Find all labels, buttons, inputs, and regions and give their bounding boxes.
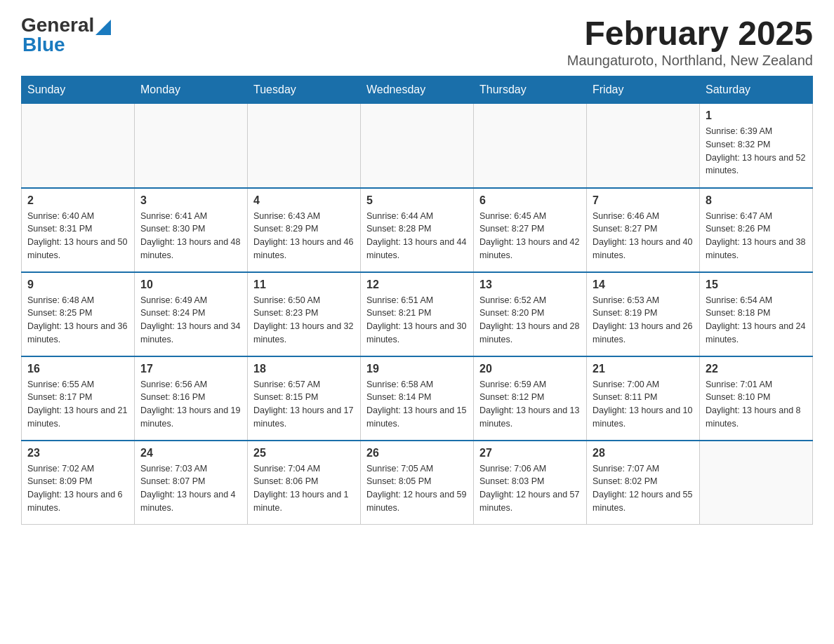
day-header-saturday: Saturday xyxy=(700,76,813,104)
day-info: Sunrise: 6:45 AMSunset: 8:27 PMDaylight:… xyxy=(479,210,581,262)
title-section: February 2025 Maungaturoto, Northland, N… xyxy=(567,14,813,69)
calendar-week-row: 16Sunrise: 6:55 AMSunset: 8:17 PMDayligh… xyxy=(22,356,813,441)
calendar-day-cell: 10Sunrise: 6:49 AMSunset: 8:24 PMDayligh… xyxy=(135,272,248,356)
day-number: 14 xyxy=(593,279,694,291)
calendar-day-cell: 5Sunrise: 6:44 AMSunset: 8:28 PMDaylight… xyxy=(361,188,474,272)
day-info: Sunrise: 7:04 AMSunset: 8:06 PMDaylight:… xyxy=(253,462,355,515)
calendar-day-cell: 27Sunrise: 7:06 AMSunset: 8:03 PMDayligh… xyxy=(474,441,587,525)
calendar-day-cell: 22Sunrise: 7:01 AMSunset: 8:10 PMDayligh… xyxy=(700,356,813,441)
day-number: 28 xyxy=(593,447,694,459)
day-info: Sunrise: 6:50 AMSunset: 8:23 PMDaylight:… xyxy=(253,294,355,347)
day-number: 8 xyxy=(706,194,807,207)
day-info: Sunrise: 7:01 AMSunset: 8:10 PMDaylight:… xyxy=(706,378,807,431)
calendar-week-row: 9Sunrise: 6:48 AMSunset: 8:25 PMDaylight… xyxy=(22,272,813,356)
day-info: Sunrise: 6:39 AMSunset: 8:32 PMDaylight:… xyxy=(706,125,807,177)
calendar-day-cell: 19Sunrise: 6:58 AMSunset: 8:14 PMDayligh… xyxy=(361,356,474,441)
calendar-day-cell: 4Sunrise: 6:43 AMSunset: 8:29 PMDaylight… xyxy=(248,188,361,272)
day-info: Sunrise: 6:43 AMSunset: 8:29 PMDaylight:… xyxy=(253,210,355,262)
calendar-day-cell: 13Sunrise: 6:52 AMSunset: 8:20 PMDayligh… xyxy=(474,272,587,356)
day-info: Sunrise: 6:44 AMSunset: 8:28 PMDaylight:… xyxy=(366,210,468,262)
day-number: 20 xyxy=(479,363,581,375)
day-number: 25 xyxy=(253,447,355,459)
day-info: Sunrise: 6:41 AMSunset: 8:30 PMDaylight:… xyxy=(140,210,241,262)
day-number: 5 xyxy=(366,194,468,207)
day-number: 12 xyxy=(366,279,468,291)
day-info: Sunrise: 7:07 AMSunset: 8:02 PMDaylight:… xyxy=(593,462,694,515)
day-info: Sunrise: 6:48 AMSunset: 8:25 PMDaylight:… xyxy=(27,294,128,347)
day-number: 23 xyxy=(27,447,128,459)
day-number: 15 xyxy=(706,279,807,291)
calendar-day-cell xyxy=(361,104,474,188)
calendar-day-cell: 11Sunrise: 6:50 AMSunset: 8:23 PMDayligh… xyxy=(248,272,361,356)
day-number: 24 xyxy=(140,447,241,459)
day-info: Sunrise: 6:40 AMSunset: 8:31 PMDaylight:… xyxy=(27,210,128,262)
calendar-day-cell: 15Sunrise: 6:54 AMSunset: 8:18 PMDayligh… xyxy=(700,272,813,356)
day-info: Sunrise: 6:46 AMSunset: 8:27 PMDaylight:… xyxy=(593,210,694,262)
day-header-monday: Monday xyxy=(135,76,248,104)
day-info: Sunrise: 6:58 AMSunset: 8:14 PMDaylight:… xyxy=(366,378,468,431)
calendar-day-cell: 17Sunrise: 6:56 AMSunset: 8:16 PMDayligh… xyxy=(135,356,248,441)
calendar-day-cell: 26Sunrise: 7:05 AMSunset: 8:05 PMDayligh… xyxy=(361,441,474,525)
day-number: 16 xyxy=(27,363,128,375)
day-number: 1 xyxy=(706,109,807,122)
calendar-day-cell: 9Sunrise: 6:48 AMSunset: 8:25 PMDaylight… xyxy=(22,272,135,356)
day-number: 6 xyxy=(479,194,581,207)
day-info: Sunrise: 6:49 AMSunset: 8:24 PMDaylight:… xyxy=(140,294,241,347)
logo-blue-text: Blue xyxy=(22,34,65,56)
calendar-subtitle: Maungaturoto, Northland, New Zealand xyxy=(567,53,813,69)
svg-marker-0 xyxy=(95,20,111,35)
calendar-day-cell xyxy=(474,104,587,188)
day-number: 26 xyxy=(366,447,468,459)
calendar-week-row: 23Sunrise: 7:02 AMSunset: 8:09 PMDayligh… xyxy=(22,441,813,525)
day-number: 4 xyxy=(253,194,355,207)
day-header-sunday: Sunday xyxy=(22,76,135,104)
day-number: 2 xyxy=(27,194,128,207)
day-header-wednesday: Wednesday xyxy=(361,76,474,104)
day-header-thursday: Thursday xyxy=(474,76,587,104)
day-number: 11 xyxy=(253,279,355,291)
day-info: Sunrise: 7:02 AMSunset: 8:09 PMDaylight:… xyxy=(27,462,128,515)
calendar-day-cell: 16Sunrise: 6:55 AMSunset: 8:17 PMDayligh… xyxy=(22,356,135,441)
calendar-day-cell: 3Sunrise: 6:41 AMSunset: 8:30 PMDaylight… xyxy=(135,188,248,272)
day-header-friday: Friday xyxy=(587,76,700,104)
day-info: Sunrise: 6:52 AMSunset: 8:20 PMDaylight:… xyxy=(479,294,581,347)
logo: General Blue xyxy=(21,14,111,56)
day-info: Sunrise: 7:05 AMSunset: 8:05 PMDaylight:… xyxy=(366,462,468,515)
calendar-day-cell: 24Sunrise: 7:03 AMSunset: 8:07 PMDayligh… xyxy=(135,441,248,525)
calendar-day-cell xyxy=(22,104,135,188)
day-info: Sunrise: 7:06 AMSunset: 8:03 PMDaylight:… xyxy=(479,462,581,515)
calendar-day-cell xyxy=(248,104,361,188)
day-number: 13 xyxy=(479,279,581,291)
calendar-day-cell: 25Sunrise: 7:04 AMSunset: 8:06 PMDayligh… xyxy=(248,441,361,525)
day-info: Sunrise: 6:47 AMSunset: 8:26 PMDaylight:… xyxy=(706,210,807,262)
day-number: 10 xyxy=(140,279,241,291)
day-number: 3 xyxy=(140,194,241,207)
calendar-day-cell: 7Sunrise: 6:46 AMSunset: 8:27 PMDaylight… xyxy=(587,188,700,272)
calendar-day-cell: 20Sunrise: 6:59 AMSunset: 8:12 PMDayligh… xyxy=(474,356,587,441)
calendar-day-cell: 12Sunrise: 6:51 AMSunset: 8:21 PMDayligh… xyxy=(361,272,474,356)
day-number: 7 xyxy=(593,194,694,207)
day-number: 22 xyxy=(706,363,807,375)
day-info: Sunrise: 6:51 AMSunset: 8:21 PMDaylight:… xyxy=(366,294,468,347)
calendar-day-cell: 2Sunrise: 6:40 AMSunset: 8:31 PMDaylight… xyxy=(22,188,135,272)
calendar-day-cell: 23Sunrise: 7:02 AMSunset: 8:09 PMDayligh… xyxy=(22,441,135,525)
day-info: Sunrise: 7:03 AMSunset: 8:07 PMDaylight:… xyxy=(140,462,241,515)
day-number: 19 xyxy=(366,363,468,375)
day-info: Sunrise: 6:55 AMSunset: 8:17 PMDaylight:… xyxy=(27,378,128,431)
day-header-tuesday: Tuesday xyxy=(248,76,361,104)
calendar-day-cell xyxy=(700,441,813,525)
calendar-day-cell: 28Sunrise: 7:07 AMSunset: 8:02 PMDayligh… xyxy=(587,441,700,525)
calendar-day-cell xyxy=(587,104,700,188)
calendar-header-row: SundayMondayTuesdayWednesdayThursdayFrid… xyxy=(22,76,813,104)
calendar-day-cell: 18Sunrise: 6:57 AMSunset: 8:15 PMDayligh… xyxy=(248,356,361,441)
calendar-day-cell: 21Sunrise: 7:00 AMSunset: 8:11 PMDayligh… xyxy=(587,356,700,441)
calendar-week-row: 1Sunrise: 6:39 AMSunset: 8:32 PMDaylight… xyxy=(22,104,813,188)
logo-triangle-icon xyxy=(95,17,111,35)
day-number: 21 xyxy=(593,363,694,375)
calendar-title: February 2025 xyxy=(567,14,813,53)
day-info: Sunrise: 6:57 AMSunset: 8:15 PMDaylight:… xyxy=(253,378,355,431)
day-info: Sunrise: 7:00 AMSunset: 8:11 PMDaylight:… xyxy=(593,378,694,431)
calendar-day-cell: 1Sunrise: 6:39 AMSunset: 8:32 PMDaylight… xyxy=(700,104,813,188)
calendar-day-cell: 8Sunrise: 6:47 AMSunset: 8:26 PMDaylight… xyxy=(700,188,813,272)
calendar-day-cell xyxy=(135,104,248,188)
